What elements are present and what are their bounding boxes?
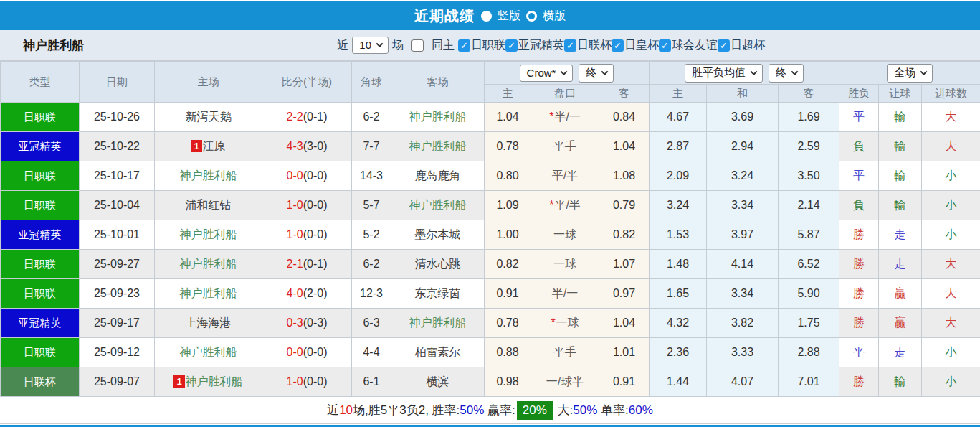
col-let-result: 让球 [879,85,922,103]
avg-header: 胜平负均值 终 [650,62,839,85]
summary-segment: 20% [517,401,553,420]
checkbox-icon[interactable]: ✓ [612,39,624,52]
date-cell: 25-09-12 [80,338,155,367]
goals-cell: 大 [922,132,980,161]
away-team-cell: 东京绿茵 [391,279,485,309]
avg-draw-cell: 3.82 [707,309,779,338]
summary-segment: 赢率: [484,402,515,418]
results-table: 类型 日期 主场 比分(半场) 角球 客场 Crow* 终 [0,61,980,397]
avg-home-cell: 2.36 [650,338,707,367]
checkbox-icon[interactable]: ✓ [505,39,518,52]
table-row: 日职联25-09-12神户胜利船0-0(0-0)4-4柏雷素尔0.88平手1.0… [1,338,980,367]
col-avg-away: 客 [779,85,839,103]
col-avg-home: 主 [650,85,707,103]
avg-away-cell: 3.50 [779,161,839,191]
col-odds-home: 主 [485,85,531,103]
checkbox-icon[interactable]: ✓ [659,39,671,52]
result-cell: 平 [839,338,879,367]
away-team-cell: 神户胜利船 [391,191,485,220]
score-cell: 2-1(0-1) [262,250,352,279]
result-cell: 平 [839,103,879,132]
date-cell: 25-09-07 [80,367,155,397]
date-cell: 25-10-22 [80,132,155,161]
league-checkbox-item[interactable]: ✓日超杯 [718,38,765,53]
away-team-cell: 神户胜利船 [391,309,485,338]
page-title: 近期战绩 [414,6,475,26]
team-label: 神户胜利船 [186,375,243,388]
league-checkbox-item[interactable]: ✓亚冠精英 [505,38,564,53]
team-label: 神户胜利船 [409,140,467,152]
team-label: 上海海港 [186,316,232,329]
date-cell: 25-10-01 [80,220,155,250]
avg-home-cell: 3.24 [650,191,707,220]
avg-away-cell: 5.90 [779,279,839,309]
odds-time-select[interactable]: 终 [579,64,614,83]
odds-away-cell: 0.97 [599,279,650,309]
corner-cell: 6-2 [352,250,391,279]
table-row: 亚冠精英25-10-01神户胜利船1-0(0-0)5-2墨尔本城1.00一球0.… [1,220,980,250]
league-label: 日联杯 [577,38,612,53]
avg-select[interactable]: 胜平负均值 [685,64,763,83]
odds-home-cell: 1.09 [485,191,531,220]
col-away: 客场 [391,62,485,103]
checkbox-icon[interactable]: ✓ [564,39,576,52]
odds-away-cell: 0.91 [599,367,650,397]
league-label: 球会友谊 [672,38,718,53]
odds-away-cell: 1.08 [599,161,650,191]
checkbox-icon[interactable]: ✓ [458,39,470,52]
radio-horizontal-label[interactable]: 横版 [543,9,566,24]
col-date: 日期 [80,62,155,103]
radio-vertical-icon[interactable] [481,11,492,22]
odds-away-cell: 1.04 [599,132,650,161]
home-team-cell: 神户胜利船 [155,250,262,279]
goals-cell: 大 [922,250,980,279]
avg-time-select[interactable]: 终 [769,64,804,83]
odds-company-select[interactable]: Crow* [520,65,574,82]
red-card-badge: 1 [191,140,201,152]
home-team-cell: 神户胜利船 [155,279,262,309]
league-checkbox-item[interactable]: ✓球会友谊 [659,38,718,53]
type-badge: 日职联 [1,103,80,132]
col-handicap: 盘口 [531,85,599,103]
scope-header: 全场 [839,62,980,85]
team-label: 神户胜利船 [180,169,237,182]
recent-count-select[interactable]: 10 [352,37,389,54]
avg-draw-cell: 3.33 [707,338,779,367]
radio-horizontal-icon[interactable] [526,11,537,22]
table-row: 日职联25-10-26新泻天鹅2-2(0-1)6-2神户胜利船1.04*半/一0… [1,103,980,132]
avg-away-cell: 1.75 [779,309,839,338]
league-label: 亚冠精英 [518,38,564,53]
checkbox-icon[interactable]: ✓ [718,39,730,52]
league-checkbox-item[interactable]: ✓日皇杯 [612,38,659,53]
result-cell: 平 [839,161,879,191]
avg-draw-cell: 3.34 [707,279,779,309]
radio-vertical-label[interactable]: 竖版 [498,9,520,24]
summary-segment: 单率: [597,402,628,418]
score-cell: 4-3(3-0) [262,132,352,161]
league-checkbox-item[interactable]: ✓日联杯 [564,38,612,53]
corner-cell: 4-4 [352,338,391,367]
table-row: 日联杯25-09-071神户胜利船1-0(0-0)6-1横滨0.98一/球半0.… [1,367,980,397]
avg-draw-cell: 4.07 [707,367,779,397]
same-home-checkbox[interactable] [411,39,424,52]
league-checkbox-item[interactable]: ✓日职联 [458,38,505,53]
corner-cell: 6-2 [352,103,391,132]
date-cell: 25-10-17 [80,161,155,191]
handicap-cell: 平手 [531,338,599,367]
scope-select[interactable]: 全场 [887,64,933,83]
type-badge: 日职联 [1,338,80,367]
odds-home-cell: 0.91 [485,279,531,309]
handicap-cell: 平手 [531,132,599,161]
red-card-badge: 1 [173,375,184,388]
league-filters: ✓日职联✓亚冠精英✓日联杯✓日皇杯✓球会友谊✓日超杯 [458,38,765,53]
team-label: 江原 [203,140,226,152]
col-avg-draw: 和 [707,85,779,103]
handicap-result-cell: 輸 [879,367,922,397]
same-home-label: 同主 [432,38,455,53]
type-badge: 日职联 [1,279,80,309]
odds-away-cell: 0.82 [599,220,650,250]
chevron-down-icon [601,68,609,75]
odds-home-cell: 0.80 [485,161,531,191]
team-label: 新泻天鹅 [186,111,232,123]
summary-segment: 50% [460,403,484,418]
